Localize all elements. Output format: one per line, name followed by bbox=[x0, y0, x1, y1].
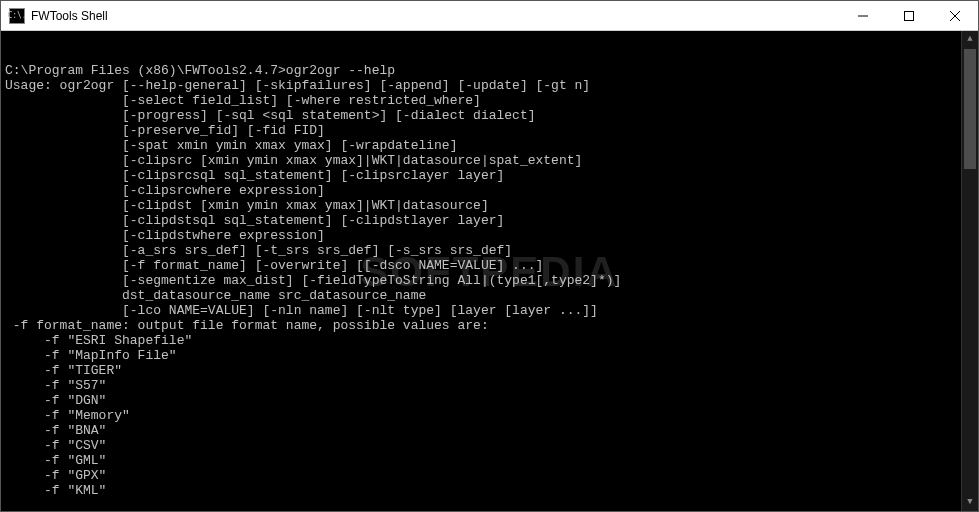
terminal-line: -f "ESRI Shapefile" bbox=[5, 333, 974, 348]
terminal-line: -f "GML" bbox=[5, 453, 974, 468]
terminal-line: -f "BNA" bbox=[5, 423, 974, 438]
terminal-line: -f "Memory" bbox=[5, 408, 974, 423]
terminal-line: [-clipsrcsql sql_statement] [-clipsrclay… bbox=[5, 168, 974, 183]
terminal-line: -f "KML" bbox=[5, 483, 974, 498]
close-icon bbox=[950, 11, 960, 21]
window-frame: C:\. FWTools Shell C:\Program Files (x86… bbox=[0, 0, 979, 512]
terminal-line: -f "TIGER" bbox=[5, 363, 974, 378]
vertical-scrollbar[interactable]: ▲ ▼ bbox=[961, 31, 978, 511]
terminal-line: [-lco NAME=VALUE] [-nln name] [-nlt type… bbox=[5, 303, 974, 318]
scroll-down-icon[interactable]: ▼ bbox=[962, 494, 978, 511]
terminal-line: [-clipsrcwhere expression] bbox=[5, 183, 974, 198]
terminal-output: C:\Program Files (x86)\FWTools2.4.7>ogr2… bbox=[5, 63, 974, 498]
terminal-line: [-select field_list] [-where restricted_… bbox=[5, 93, 974, 108]
terminal-line: dst_datasource_name src_datasource_name bbox=[5, 288, 974, 303]
minimize-button[interactable] bbox=[840, 1, 886, 30]
maximize-icon bbox=[904, 11, 914, 21]
terminal-line: -f format_name: output file format name,… bbox=[5, 318, 974, 333]
terminal-line: Usage: ogr2ogr [--help-general] [-skipfa… bbox=[5, 78, 974, 93]
minimize-icon bbox=[858, 11, 868, 21]
terminal-pane[interactable]: C:\Program Files (x86)\FWTools2.4.7>ogr2… bbox=[1, 31, 978, 511]
terminal-line: [-spat xmin ymin xmax ymax] [-wrapdateli… bbox=[5, 138, 974, 153]
window-controls bbox=[840, 1, 978, 30]
terminal-line: C:\Program Files (x86)\FWTools2.4.7>ogr2… bbox=[5, 63, 974, 78]
titlebar[interactable]: C:\. FWTools Shell bbox=[1, 1, 978, 31]
terminal-line: -f "GPX" bbox=[5, 468, 974, 483]
terminal-line: [-clipdst [xmin ymin xmax ymax]|WKT|data… bbox=[5, 198, 974, 213]
terminal-line: [-clipdstwhere expression] bbox=[5, 228, 974, 243]
terminal-line: [-f format_name] [-overwrite] [[-dsco NA… bbox=[5, 258, 974, 273]
svg-rect-1 bbox=[905, 11, 914, 20]
terminal-line: [-preserve_fid] [-fid FID] bbox=[5, 123, 974, 138]
terminal-line: [-clipdstsql sql_statement] [-clipdstlay… bbox=[5, 213, 974, 228]
terminal-line: [-progress] [-sql <sql statement>] [-dia… bbox=[5, 108, 974, 123]
window-title: FWTools Shell bbox=[31, 9, 840, 23]
terminal-line: -f "MapInfo File" bbox=[5, 348, 974, 363]
terminal-line: [-a_srs srs_def] [-t_srs srs_def] [-s_sr… bbox=[5, 243, 974, 258]
terminal-line: -f "CSV" bbox=[5, 438, 974, 453]
terminal-line: -f "S57" bbox=[5, 378, 974, 393]
terminal-line: -f "DGN" bbox=[5, 393, 974, 408]
terminal-line: [-clipsrc [xmin ymin xmax ymax]|WKT|data… bbox=[5, 153, 974, 168]
scroll-up-icon[interactable]: ▲ bbox=[962, 31, 978, 48]
close-button[interactable] bbox=[932, 1, 978, 30]
terminal-line: [-segmentize max_dist] [-fieldTypeToStri… bbox=[5, 273, 974, 288]
maximize-button[interactable] bbox=[886, 1, 932, 30]
scrollbar-thumb[interactable] bbox=[964, 49, 976, 169]
app-icon: C:\. bbox=[9, 8, 25, 24]
